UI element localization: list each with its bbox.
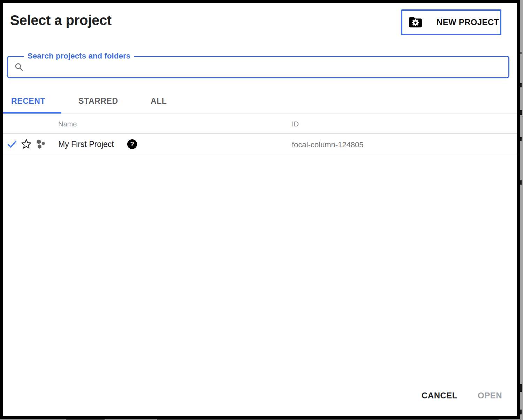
active-tab-indicator [0,112,61,114]
new-project-label: NEW PROJECT [437,17,499,27]
open-button[interactable]: OPEN [474,387,506,404]
column-header-id: ID [292,120,299,128]
edge-fragment [520,180,522,185]
star-outline-icon[interactable] [20,138,32,150]
row-divider [3,155,517,155]
page-title: Select a project [10,13,112,28]
edge-fragment [520,110,522,115]
new-project-button[interactable]: NEW PROJECT [401,9,501,35]
project-id: focal-column-124805 [292,140,363,149]
project-row[interactable]: My First Project ? focal-column-124805 [3,134,517,155]
search-input[interactable] [29,58,504,76]
select-project-dialog: Select a project [0,0,520,419]
page-edge-artifacts-right [520,0,523,420]
edge-fragment [520,52,522,54]
search-icon [14,62,24,72]
hexagons-project-icon [35,139,46,150]
edge-fragment [520,83,522,87]
cancel-button[interactable]: CANCEL [418,387,461,404]
edge-fragment [520,410,522,414]
folder-gear-icon [408,16,423,28]
tab-starred[interactable]: STARRED [78,96,118,106]
column-header-name: Name [58,120,77,128]
project-name: My First Project [58,140,114,149]
tab-recent[interactable]: RECENT [11,96,45,106]
tab-all[interactable]: ALL [151,96,167,106]
question-mark-circle-icon[interactable]: ? [127,139,137,149]
tabbar-divider [3,114,517,114]
edge-fragment [520,137,522,141]
check-icon [7,139,17,149]
screenshot-root: Select a project [0,0,523,420]
edge-fragment [520,384,522,392]
search-field: Search projects and folders [7,56,509,78]
